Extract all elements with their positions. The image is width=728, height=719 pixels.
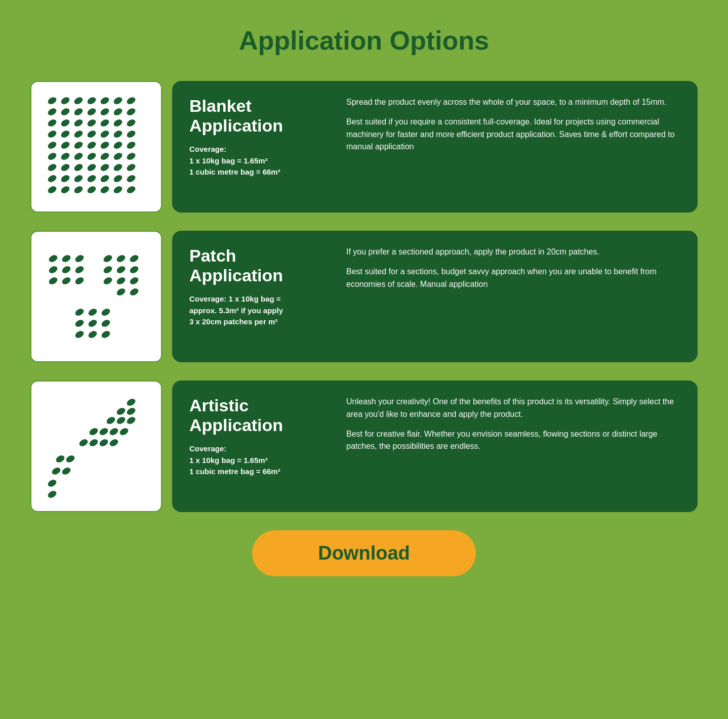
svg-point-58 [73, 185, 84, 194]
svg-point-37 [73, 151, 84, 161]
svg-point-73 [115, 253, 127, 263]
svg-point-94 [126, 406, 137, 416]
svg-point-31 [86, 140, 97, 150]
svg-point-81 [115, 287, 127, 297]
svg-point-77 [129, 265, 140, 274]
svg-point-106 [55, 454, 66, 463]
svg-point-91 [100, 329, 111, 339]
svg-point-18 [99, 118, 110, 128]
svg-point-52 [86, 174, 97, 183]
svg-point-38 [86, 151, 97, 161]
svg-point-66 [48, 265, 59, 274]
svg-point-60 [99, 185, 110, 194]
svg-point-26 [112, 129, 124, 139]
svg-point-67 [61, 265, 72, 274]
svg-point-90 [87, 329, 98, 339]
svg-point-105 [108, 438, 119, 447]
svg-point-15 [60, 118, 71, 128]
svg-point-36 [60, 151, 71, 161]
svg-point-92 [126, 397, 137, 407]
svg-point-32 [99, 140, 110, 150]
svg-point-29 [60, 140, 71, 150]
artistic-pattern-svg [43, 393, 149, 499]
svg-point-5 [112, 96, 124, 105]
svg-point-24 [86, 129, 97, 139]
svg-point-80 [129, 276, 140, 285]
svg-point-72 [102, 253, 113, 263]
svg-point-56 [47, 185, 58, 194]
svg-point-97 [126, 415, 137, 425]
svg-point-86 [74, 318, 85, 328]
svg-point-71 [74, 276, 85, 285]
svg-point-1 [60, 96, 71, 105]
svg-point-10 [86, 107, 97, 116]
svg-point-107 [65, 454, 76, 463]
patch-info-right: If you prefer a sectioned approach, appl… [346, 246, 680, 347]
patch-pattern-svg [43, 243, 149, 350]
patch-info-card: Patch Application Coverage: 1 x 10kg bag… [172, 231, 698, 362]
svg-point-27 [126, 129, 137, 139]
download-button[interactable]: Download [252, 530, 476, 576]
artistic-diagram [30, 380, 162, 512]
svg-point-23 [73, 129, 84, 139]
svg-point-93 [115, 406, 127, 416]
svg-point-111 [47, 489, 58, 499]
blanket-info-card: Blanket Application Coverage: 1 x 10kg b… [172, 81, 698, 213]
artistic-info-card: Artistic Application Coverage: 1 x 10kg … [172, 380, 698, 512]
svg-point-34 [126, 140, 137, 150]
blanket-desc2: Best suited if you require a consistent … [346, 116, 680, 153]
svg-point-42 [47, 162, 58, 172]
artistic-info-right: Unleash your creativity! One of the bene… [346, 396, 680, 497]
svg-point-57 [60, 185, 71, 194]
blanket-info-left: Blanket Application Coverage: 1 x 10kg b… [189, 96, 331, 197]
svg-point-30 [73, 140, 84, 150]
svg-point-83 [74, 307, 85, 317]
artistic-desc1: Unleash your creativity! One of the bene… [346, 396, 680, 421]
svg-point-35 [47, 151, 58, 161]
svg-point-46 [99, 162, 110, 172]
blanket-coverage: Coverage: 1 x 10kg bag = 1.65m² 1 cubic … [189, 144, 331, 178]
svg-point-108 [51, 466, 62, 476]
svg-point-20 [126, 118, 137, 128]
page-title: Application Options [30, 20, 698, 56]
svg-point-25 [99, 129, 110, 139]
artistic-info-left: Artistic Application Coverage: 1 x 10kg … [189, 396, 331, 497]
svg-point-84 [87, 307, 98, 317]
svg-point-6 [126, 96, 137, 105]
artistic-title: Artistic Application [189, 396, 331, 435]
patch-desc1: If you prefer a sectioned approach, appl… [346, 246, 680, 259]
patch-title: Patch Application [189, 246, 331, 285]
svg-point-99 [98, 427, 109, 436]
svg-point-85 [100, 307, 111, 317]
blanket-title: Blanket Application [189, 96, 331, 136]
svg-point-82 [129, 287, 140, 297]
svg-point-79 [115, 276, 127, 285]
svg-point-89 [74, 329, 85, 339]
svg-point-103 [88, 438, 99, 447]
blanket-pattern-svg [43, 94, 149, 200]
svg-point-17 [86, 118, 97, 128]
svg-point-100 [108, 427, 119, 436]
svg-point-101 [118, 427, 130, 436]
svg-point-87 [87, 318, 98, 328]
svg-point-21 [47, 129, 58, 139]
svg-point-9 [73, 107, 84, 116]
svg-point-44 [73, 162, 84, 172]
patch-info-left: Patch Application Coverage: 1 x 10kg bag… [189, 246, 331, 347]
svg-point-12 [112, 107, 124, 116]
blanket-desc1: Spread the product evenly across the who… [346, 96, 680, 109]
svg-point-64 [61, 253, 72, 263]
blanket-diagram [30, 81, 162, 213]
svg-point-59 [86, 185, 97, 194]
svg-point-62 [126, 185, 137, 194]
svg-point-104 [98, 438, 109, 447]
artistic-card-row: Artistic Application Coverage: 1 x 10kg … [30, 380, 698, 512]
svg-point-75 [102, 265, 113, 274]
svg-point-0 [47, 96, 58, 105]
svg-point-65 [74, 253, 85, 263]
svg-point-11 [99, 107, 110, 116]
svg-point-47 [112, 162, 124, 172]
svg-point-39 [99, 151, 110, 161]
svg-point-48 [126, 162, 137, 172]
patch-diagram [30, 231, 162, 362]
